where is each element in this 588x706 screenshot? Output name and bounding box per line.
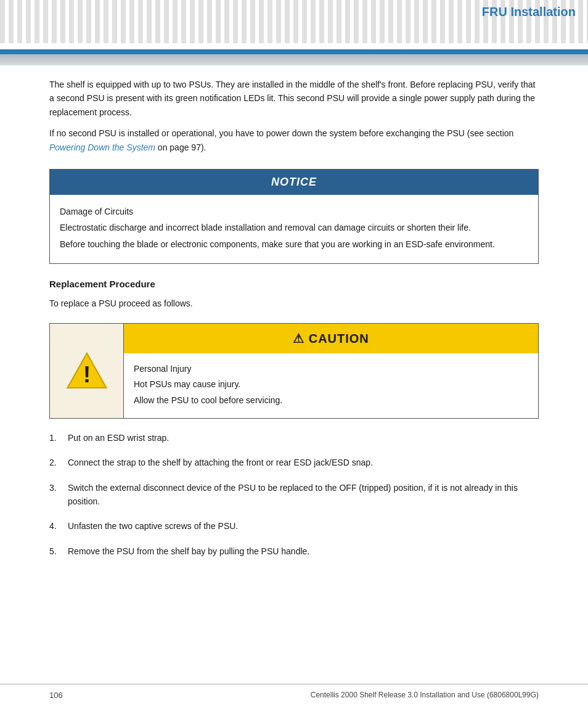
list-item: 2.Connect the strap to the shelf by atta…	[49, 456, 539, 469]
caution-icon-cell: !	[50, 324, 124, 418]
step-text: Unfasten the two captive screws of the P…	[68, 519, 539, 533]
header-blue-bar	[0, 49, 588, 54]
steps-list: 1.Put on an ESD wrist strap.2.Connect th…	[49, 431, 539, 558]
caution-triangle-icon: !	[65, 349, 108, 392]
notice-line3: Before touching the blade or electronic …	[60, 237, 528, 251]
list-item: 4.Unfasten the two captive screws of the…	[49, 519, 539, 533]
notice-body: Damage of Circuits Electrostatic dischar…	[50, 195, 538, 263]
header-title-bar: FRU Installation	[482, 5, 576, 19]
step-number: 5.	[49, 544, 68, 558]
footer-title: Centellis 2000 Shelf Release 3.0 Install…	[311, 691, 539, 700]
intro-paragraph-1: The shelf is equipped with up to two PSU…	[49, 78, 539, 119]
notice-header-text: NOTICE	[271, 176, 317, 188]
page-title: FRU Installation	[482, 5, 576, 18]
step-text: Put on an ESD wrist strap.	[68, 431, 539, 445]
procedure-intro: To replace a PSU proceed as follows.	[49, 297, 539, 310]
notice-line2: Electrostatic discharge and incorrect bl…	[60, 221, 528, 234]
step-text: Connect the strap to the shelf by attach…	[68, 456, 539, 469]
header-pattern: FRU Installation	[0, 0, 588, 49]
caution-header: ⚠ CAUTION	[124, 324, 538, 353]
caution-line3: Allow the PSU to cool before servicing.	[134, 393, 528, 408]
caution-header-text: ⚠ CAUTION	[293, 332, 369, 345]
step-number: 3.	[49, 481, 68, 509]
notice-header: NOTICE	[50, 170, 538, 195]
notice-line1: Damage of Circuits	[60, 205, 528, 218]
footer-page: 106	[49, 691, 63, 700]
caution-line1: Personal Injury	[134, 362, 528, 377]
caution-right: ⚠ CAUTION Personal Injury Hot PSUs may c…	[124, 324, 538, 418]
intro-section: The shelf is equipped with up to two PSU…	[49, 78, 539, 154]
list-item: 1.Put on an ESD wrist strap.	[49, 431, 539, 445]
caution-body: Personal Injury Hot PSUs may cause injur…	[124, 353, 538, 418]
step-text: Remove the PSU from the shelf bay by pul…	[68, 544, 539, 558]
step-number: 4.	[49, 519, 68, 533]
header-gray-bar	[0, 54, 588, 65]
svg-text:!: !	[83, 362, 90, 387]
step-number: 1.	[49, 431, 68, 445]
main-content: The shelf is equipped with up to two PSU…	[0, 65, 588, 607]
list-item: 5.Remove the PSU from the shelf bay by p…	[49, 544, 539, 558]
list-item: 3.Switch the external disconnect device …	[49, 481, 539, 509]
caution-box: ! ⚠ CAUTION Personal Injury Hot PSUs may…	[49, 323, 539, 419]
footer: 106 Centellis 2000 Shelf Release 3.0 Ins…	[0, 684, 588, 706]
notice-box: NOTICE Damage of Circuits Electrostatic …	[49, 169, 539, 264]
step-text: Switch the external disconnect device of…	[68, 481, 539, 509]
replacement-procedure-heading: Replacement Procedure	[49, 279, 539, 289]
caution-line2: Hot PSUs may cause injury.	[134, 377, 528, 392]
powering-down-link[interactable]: Powering Down the System	[49, 142, 155, 152]
step-number: 2.	[49, 456, 68, 469]
intro-paragraph-2: If no second PSU is installed or operati…	[49, 126, 539, 154]
